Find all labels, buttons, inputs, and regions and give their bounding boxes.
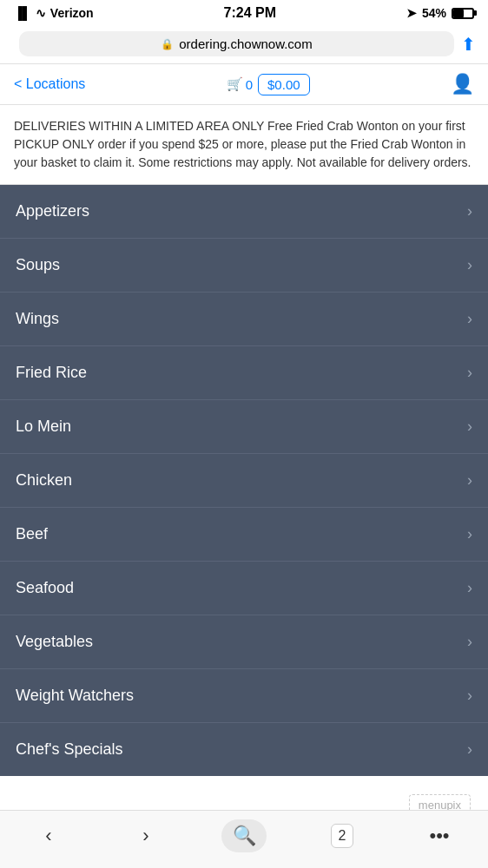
menu-category-item[interactable]: Vegetables ›	[0, 615, 488, 669]
menu-category-label: Lo Mein	[16, 418, 71, 436]
chevron-right-icon: ›	[467, 256, 472, 274]
menu-category-label: Soups	[16, 256, 60, 274]
signal-icon: ▐▌	[14, 6, 31, 20]
clock: 7:24 PM	[224, 5, 276, 21]
battery-icon	[452, 8, 474, 19]
user-icon[interactable]: 👤	[451, 73, 474, 95]
menu-category-label: Vegetables	[16, 633, 93, 651]
share-button[interactable]: ⬆	[461, 34, 476, 55]
carrier-name: Verizon	[50, 6, 94, 20]
promo-banner: DELIVERIES WITHIN A LIMITED AREA ONLY Fr…	[0, 105, 488, 185]
cart-icon: 🛒	[227, 76, 243, 92]
chevron-right-icon: ›	[467, 687, 472, 705]
menu-category-item[interactable]: Soups ›	[0, 239, 488, 293]
status-bar: ▐▌ ∿ Verizon 7:24 PM ➤ 54%	[0, 0, 488, 24]
menu-category-item[interactable]: Lo Mein ›	[0, 400, 488, 454]
chevron-right-icon: ›	[467, 740, 472, 759]
chevron-right-icon: ›	[467, 525, 472, 543]
menu-category-item[interactable]: Wings ›	[0, 293, 488, 346]
chevron-right-icon: ›	[467, 633, 472, 651]
menu-category-item[interactable]: Chef's Specials ›	[0, 723, 488, 776]
lock-icon: 🔒	[161, 38, 174, 50]
chevron-right-icon: ›	[467, 471, 472, 490]
wifi-icon: ∿	[36, 6, 46, 20]
cart-icon-wrap[interactable]: 🛒 0	[227, 76, 253, 92]
menu-category-label: Fried Rice	[16, 364, 87, 382]
menu-category-label: Wings	[16, 310, 59, 328]
menu-category-item[interactable]: Fried Rice ›	[0, 346, 488, 400]
menu-list: Appetizers › Soups › Wings › Fried Rice …	[0, 185, 488, 776]
cart-count: 0	[246, 77, 253, 92]
chevron-right-icon: ›	[467, 579, 472, 597]
cart-total[interactable]: $0.00	[258, 74, 310, 95]
menu-category-label: Weight Watchers	[16, 687, 134, 705]
menu-category-label: Chef's Specials	[16, 740, 123, 759]
nav-bar: < Locations 🛒 0 $0.00 👤	[0, 64, 488, 105]
menu-category-item[interactable]: Chicken ›	[0, 454, 488, 508]
menu-category-label: Seafood	[16, 579, 74, 597]
locations-link[interactable]: < Locations	[14, 76, 85, 92]
battery-percent: 54%	[422, 6, 446, 20]
menu-category-item[interactable]: Seafood ›	[0, 562, 488, 615]
status-right: ➤ 54%	[406, 6, 474, 20]
address-bar: 🔒 ordering.chownow.com ⬆	[0, 24, 488, 64]
carrier-info: ▐▌ ∿ Verizon	[14, 6, 94, 20]
menu-category-item[interactable]: Beef ›	[0, 508, 488, 562]
promo-text: DELIVERIES WITHIN A LIMITED AREA ONLY Fr…	[14, 119, 472, 169]
chevron-right-icon: ›	[467, 310, 472, 328]
menu-category-label: Beef	[16, 525, 48, 543]
location-icon: ➤	[406, 6, 417, 20]
url-box[interactable]: 🔒 ordering.chownow.com	[19, 31, 454, 56]
url-text: ordering.chownow.com	[179, 36, 312, 51]
menu-category-item[interactable]: Appetizers ›	[0, 185, 488, 239]
chevron-right-icon: ›	[467, 364, 472, 382]
cart-section: 🛒 0 $0.00	[227, 74, 310, 95]
menu-category-item[interactable]: Weight Watchers ›	[0, 669, 488, 723]
menu-category-label: Appetizers	[16, 202, 89, 220]
menu-category-label: Chicken	[16, 471, 72, 490]
chevron-right-icon: ›	[467, 202, 472, 220]
chevron-right-icon: ›	[467, 418, 472, 436]
